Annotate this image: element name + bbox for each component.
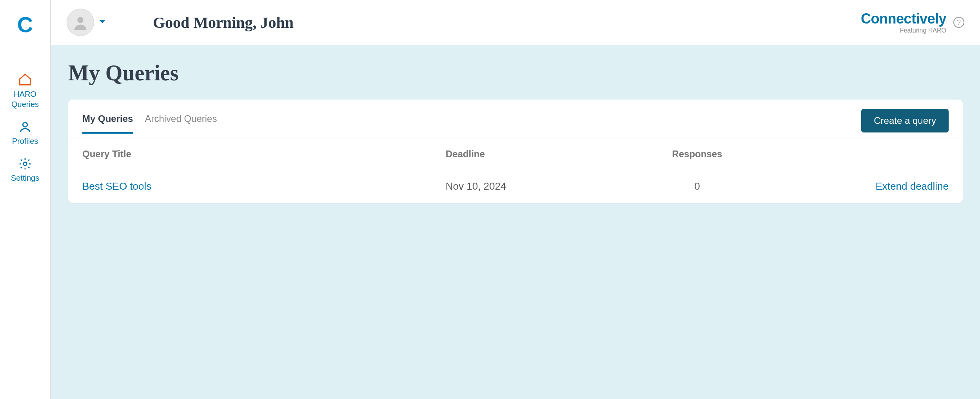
queries-card: My Queries Archived Queries Create a que… [68,100,963,203]
table-row: Best SEO tools Nov 10, 2024 0 Extend dea… [68,170,963,203]
th-deadline: Deadline [446,149,627,160]
help-icon[interactable]: ? [953,17,964,28]
sidebar-item-label: Settings [11,173,39,183]
query-title-link[interactable]: Best SEO tools [82,180,151,192]
svg-point-0 [23,123,27,127]
home-icon [18,73,32,87]
page-title: My Queries [68,60,963,85]
th-query-title: Query Title [82,149,446,160]
svg-point-2 [77,17,83,23]
th-responses: Responses [627,149,767,160]
card-header: My Queries Archived Queries Create a que… [68,109,963,138]
brand-name: Connectively [861,11,946,27]
sidebar: C HARO Queries Profiles Settings [0,0,51,399]
avatar-dropdown[interactable] [67,9,106,36]
topbar: Good Morning, John Connectively Featurin… [51,0,980,45]
tab-archived-queries[interactable]: Archived Queries [145,113,217,134]
profile-icon [18,120,32,134]
sidebar-item-label: HARO Queries [0,89,50,109]
table-header-row: Query Title Deadline Responses [68,138,963,170]
brand-subtitle: Featuring HARO [861,27,946,34]
gear-icon [18,157,32,170]
queries-table: Query Title Deadline Responses Best SEO … [68,138,963,203]
content-area: My Queries My Queries Archived Queries C… [51,45,980,399]
main-content: Good Morning, John Connectively Featurin… [51,0,980,399]
avatar-icon [67,9,94,36]
caret-down-icon [99,19,106,26]
greeting-text: Good Morning, John [153,13,294,32]
brand: Connectively Featuring HARO ? [861,11,964,34]
sidebar-item-haro-queries[interactable]: HARO Queries [0,73,50,109]
svg-point-1 [24,162,27,166]
responses-cell: 0 [627,180,767,192]
extend-deadline-link[interactable]: Extend deadline [876,180,949,192]
logo-icon: C [17,12,33,37]
deadline-cell: Nov 10, 2024 [446,180,627,192]
sidebar-item-profiles[interactable]: Profiles [0,120,50,146]
sidebar-item-settings[interactable]: Settings [0,157,50,183]
create-query-button[interactable]: Create a query [861,109,949,132]
tab-my-queries[interactable]: My Queries [82,113,133,134]
sidebar-item-label: Profiles [12,136,38,146]
tabs: My Queries Archived Queries [82,113,217,134]
